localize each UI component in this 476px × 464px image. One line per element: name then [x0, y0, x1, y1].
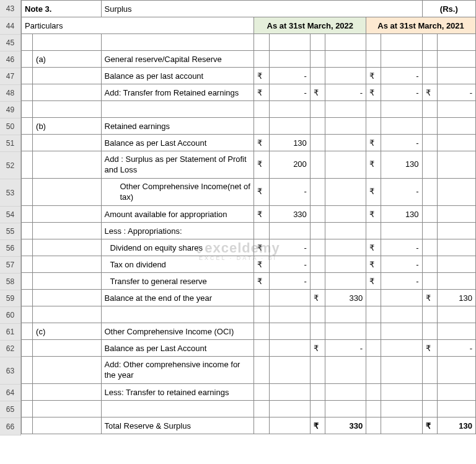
row-number[interactable]: 54 — [0, 207, 20, 223]
row-number[interactable]: 47 — [0, 68, 20, 85]
row-number[interactable]: 50 — [0, 118, 20, 135]
rupee-icon: ₹ — [254, 273, 269, 290]
note-title: Surplus — [101, 1, 422, 17]
cell-value[interactable]: - — [269, 256, 310, 273]
row-number[interactable]: 60 — [0, 307, 20, 324]
row-number[interactable]: 59 — [0, 290, 20, 307]
b-dividend-label: Dividend on equity shares — [101, 239, 254, 256]
rupee-icon: ₹ — [366, 84, 381, 101]
cell-value[interactable]: 200 — [269, 151, 310, 179]
rupee-icon: ₹ — [254, 256, 269, 273]
section-c-tag: (c) — [33, 323, 101, 340]
total-label: Total Reserve & Surplus — [101, 417, 254, 434]
period-2021-header: As at 31st March, 2021 — [366, 17, 476, 34]
period-2022-header: As at 31st March, 2022 — [254, 17, 366, 34]
cell-value[interactable]: - — [381, 135, 422, 151]
total-2022[interactable]: 330 — [325, 417, 366, 434]
cell-value[interactable]: 330 — [269, 206, 310, 223]
particulars-header: Particulars — [22, 17, 254, 34]
rupee-icon: ₹ — [254, 179, 269, 206]
grid[interactable]: Note 3. Surplus (Rs.) Particulars As at … — [21, 0, 476, 435]
row-number[interactable]: 44 — [0, 17, 20, 35]
row-number[interactable]: 64 — [0, 385, 20, 401]
row-number[interactable]: 43 — [0, 0, 20, 17]
section-b-title: Retained earnings — [101, 118, 254, 135]
b-surplus-label: Add : Surplus as per Statement of Profit… — [101, 151, 254, 179]
row-number[interactable]: 61 — [0, 324, 20, 341]
rupee-icon: ₹ — [422, 340, 437, 357]
rupee-icon: ₹ — [310, 417, 325, 434]
rupee-icon: ₹ — [254, 68, 269, 84]
rupee-icon: ₹ — [254, 135, 269, 151]
row-number[interactable]: 55 — [0, 223, 20, 240]
row-number[interactable]: 63 — [0, 357, 20, 385]
row-number[interactable]: 65 — [0, 401, 20, 418]
cell-value[interactable]: - — [269, 179, 310, 206]
row-number[interactable]: 51 — [0, 135, 20, 152]
cell-value[interactable]: - — [381, 256, 422, 273]
cell-value[interactable]: - — [269, 68, 310, 84]
row-number[interactable]: 66 — [0, 418, 20, 435]
section-b-tag: (b) — [33, 118, 101, 135]
cell-value[interactable]: 130 — [269, 135, 310, 151]
cell-value[interactable]: 130 — [381, 151, 422, 179]
cell-value[interactable]: - — [381, 84, 422, 101]
row-number[interactable]: 49 — [0, 102, 20, 118]
b-transfer-label: Transfer to general reserve — [101, 273, 254, 290]
b-balance-label: Balance as per Last Account — [101, 135, 254, 151]
row-number[interactable]: 46 — [0, 51, 20, 68]
rupee-icon: ₹ — [422, 417, 437, 434]
currency-label: (Rs.) — [422, 1, 475, 17]
b-oci-label: Other Comprehensive Income(net of tax) — [101, 179, 254, 206]
cell-value[interactable]: - — [437, 84, 475, 101]
b-end-balance-label: Balance at the end of the year — [101, 290, 254, 306]
surplus-table[interactable]: Note 3. Surplus (Rs.) Particulars As at … — [21, 0, 476, 434]
rupee-icon: ₹ — [366, 179, 381, 206]
rupee-icon: ₹ — [254, 84, 269, 101]
rupee-icon: ₹ — [422, 290, 437, 306]
rupee-icon: ₹ — [366, 239, 381, 256]
cell-value[interactable]: 130 — [437, 290, 475, 306]
row-number[interactable]: 53 — [0, 179, 20, 207]
c-balance-label: Balance as per Last Account — [101, 340, 254, 357]
b-tax-label: Tax on dividend — [101, 256, 254, 273]
rupee-icon: ₹ — [254, 206, 269, 223]
cell-value[interactable]: - — [325, 84, 366, 101]
cell-value[interactable]: - — [381, 179, 422, 206]
cell-value[interactable]: - — [381, 239, 422, 256]
b-less-label: Less : Appropriations: — [101, 223, 254, 239]
rupee-icon: ₹ — [310, 340, 325, 357]
row-number[interactable]: 48 — [0, 85, 20, 102]
rupee-icon: ₹ — [366, 256, 381, 273]
row-number[interactable]: 62 — [0, 341, 20, 357]
a-balance-label: Balance as per last account — [101, 68, 254, 84]
section-a-tag: (a) — [33, 51, 101, 68]
cell-value[interactable]: - — [325, 340, 366, 357]
cell-value[interactable]: - — [437, 340, 475, 357]
cell-value[interactable]: 330 — [325, 290, 366, 306]
rupee-icon: ₹ — [254, 239, 269, 256]
rupee-icon: ₹ — [422, 84, 437, 101]
rupee-icon: ₹ — [254, 151, 269, 179]
row-number-gutter: 4344454647484950515253545556575859606162… — [0, 0, 21, 435]
cell-value[interactable]: - — [269, 239, 310, 256]
rupee-icon: ₹ — [310, 290, 325, 306]
cell-value[interactable]: 130 — [381, 206, 422, 223]
cell-value[interactable]: - — [269, 273, 310, 290]
rupee-icon: ₹ — [366, 206, 381, 223]
cell-value[interactable]: - — [269, 84, 310, 101]
cell-value[interactable]: - — [381, 273, 422, 290]
row-number[interactable]: 52 — [0, 152, 20, 179]
total-2021[interactable]: 130 — [437, 417, 475, 434]
rupee-icon: ₹ — [366, 135, 381, 151]
row-number[interactable]: 58 — [0, 274, 20, 290]
section-c-title: Other Comprehensive Income (OCI) — [101, 323, 254, 340]
rupee-icon: ₹ — [310, 84, 325, 101]
row-number[interactable]: 56 — [0, 240, 20, 257]
section-a-title: General reserve/Capital Reserve — [101, 51, 254, 68]
row-number[interactable]: 45 — [0, 35, 20, 51]
spreadsheet: 4344454647484950515253545556575859606162… — [0, 0, 476, 435]
c-add-oci-label: Add: Other comprehensive income for the … — [101, 357, 254, 384]
cell-value[interactable]: - — [381, 68, 422, 84]
row-number[interactable]: 57 — [0, 257, 20, 274]
